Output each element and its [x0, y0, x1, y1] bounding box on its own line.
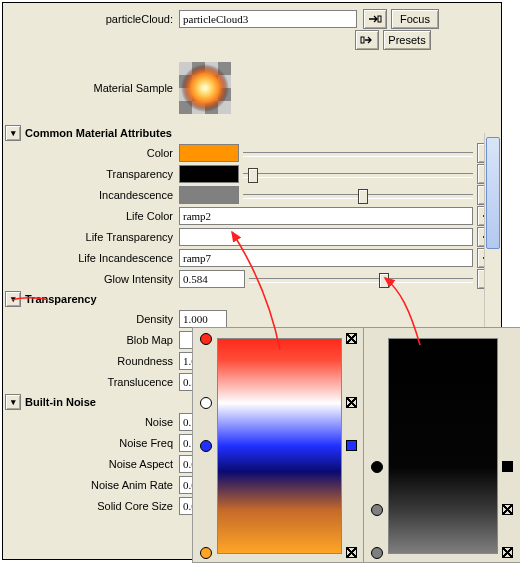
life-transparency-input[interactable]	[179, 228, 473, 246]
ramp-handle[interactable]	[371, 547, 383, 559]
connect-output-button[interactable]	[355, 30, 379, 50]
roundness-label: Roundness	[3, 355, 179, 367]
transparency-swatch[interactable]	[179, 165, 239, 183]
noise-label: Noise	[3, 416, 179, 428]
life-transparency-label: Life Transparency	[3, 231, 179, 243]
color-slider[interactable]	[243, 145, 473, 161]
ramp-handle[interactable]	[371, 461, 383, 473]
glow-label: Glow Intensity	[3, 273, 179, 285]
life-color-input[interactable]	[179, 207, 473, 225]
ramp-gradient-life-color[interactable]	[217, 338, 342, 554]
incandescence-slider[interactable]	[243, 187, 473, 203]
scrollbar-thumb[interactable]	[486, 137, 500, 249]
ramp-handle[interactable]	[200, 547, 212, 559]
section-title-noise: Built-in Noise	[25, 396, 96, 408]
glow-slider[interactable]	[249, 271, 473, 287]
ramp-handle[interactable]	[371, 504, 383, 516]
ramp-handle[interactable]	[346, 547, 357, 558]
ramp-handle[interactable]	[346, 397, 357, 408]
section-title-transparency: Transparency	[25, 293, 97, 305]
section-toggle-common[interactable]: ▾	[5, 125, 21, 141]
ramp-popup-life-incandescence	[364, 328, 520, 562]
life-incandescence-input[interactable]	[179, 249, 473, 267]
material-sample-label: Material Sample	[3, 82, 179, 94]
glow-input[interactable]	[179, 270, 245, 288]
noiseanim-label: Noise Anim Rate	[3, 479, 179, 491]
noisefreq-label: Noise Freq	[3, 437, 179, 449]
focus-label: Focus	[400, 13, 430, 25]
incandescence-label: Incandescence	[3, 189, 179, 201]
node-name-input[interactable]	[179, 10, 357, 28]
noiseaspect-label: Noise Aspect	[3, 458, 179, 470]
material-sample-swatch	[179, 62, 231, 114]
section-toggle-noise[interactable]: ▾	[5, 394, 21, 410]
ramp-handle[interactable]	[346, 333, 357, 344]
life-incandescence-label: Life Incandescence	[3, 252, 179, 264]
node-field-label: particleCloud:	[3, 13, 179, 25]
density-input[interactable]	[179, 310, 227, 328]
ramp-handle[interactable]	[200, 440, 212, 452]
ramp-handle[interactable]	[346, 440, 357, 451]
ramp-handle[interactable]	[200, 333, 212, 345]
ramp-handle[interactable]	[502, 461, 513, 472]
incandescence-swatch[interactable]	[179, 186, 239, 204]
section-toggle-transparency[interactable]: ▾	[5, 291, 21, 307]
ramp-gradient-life-incandescence[interactable]	[388, 338, 498, 554]
ramp-popup-life-color	[193, 328, 364, 562]
color-label: Color	[3, 147, 179, 159]
connect-input-button[interactable]	[363, 9, 387, 29]
ramp-handle[interactable]	[200, 397, 212, 409]
life-color-label: Life Color	[3, 210, 179, 222]
ramp-handle[interactable]	[502, 547, 513, 558]
svg-rect-1	[361, 37, 364, 43]
translucence-label: Translucence	[3, 376, 179, 388]
ramp-handle[interactable]	[502, 504, 513, 515]
color-swatch[interactable]	[179, 144, 239, 162]
transparency-slider[interactable]	[243, 166, 473, 182]
section-title-common: Common Material Attributes	[25, 127, 172, 139]
svg-rect-0	[378, 16, 381, 22]
presets-label: Presets	[388, 34, 425, 46]
presets-button[interactable]: Presets	[383, 30, 431, 50]
density-label: Density	[3, 313, 179, 325]
blobmap-label: Blob Map	[3, 334, 179, 346]
transparency-label: Transparency	[3, 168, 179, 180]
core-label: Solid Core Size	[3, 500, 179, 512]
focus-button[interactable]: Focus	[391, 9, 439, 29]
